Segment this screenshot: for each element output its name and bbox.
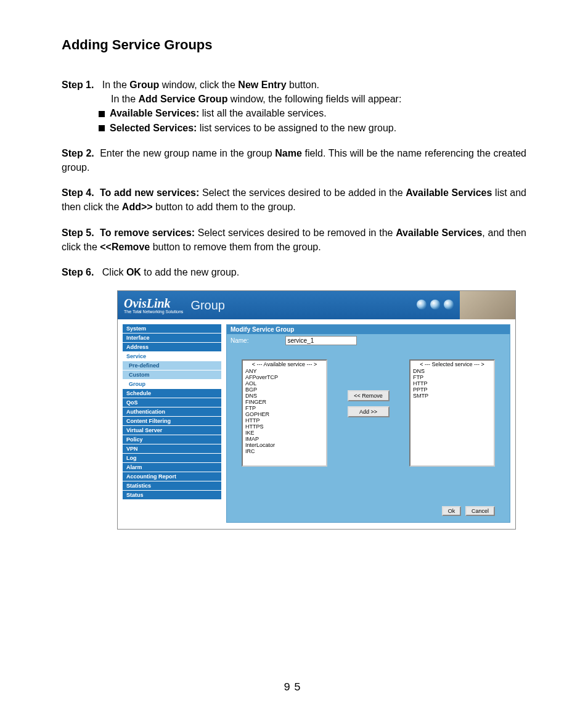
text: In the — [111, 94, 138, 104]
sidebar-item-authentication[interactable]: Authentication — [123, 407, 221, 416]
kw-name: Name — [275, 148, 302, 158]
sidebar-sub-group[interactable]: Group — [123, 380, 221, 388]
globe-icon — [417, 300, 427, 309]
sidebar-item-policy[interactable]: Policy — [123, 435, 221, 444]
step-6: Step 6. Click OK to add the new group. — [62, 265, 526, 279]
list-item[interactable]: BGP — [243, 387, 326, 393]
group-name-input[interactable] — [285, 336, 357, 345]
bullet-label: Available Services: — [110, 108, 199, 118]
step-label: Step 1. — [62, 80, 94, 90]
bullet-text: list all the available services. — [199, 108, 326, 118]
sidebar-item-status[interactable]: Status — [123, 491, 221, 499]
sidebar-item-qos[interactable]: QoS — [123, 398, 221, 407]
step-label: Step 2. — [62, 148, 94, 158]
kw: Available Services — [396, 227, 482, 238]
bullet-available: Available Services: list all the availab… — [62, 106, 526, 120]
list-item[interactable]: FTP — [410, 374, 494, 380]
list-item[interactable]: FINGER — [243, 399, 326, 405]
add-button[interactable]: Add >> — [348, 406, 390, 417]
list-item[interactable]: IRC — [243, 448, 326, 454]
sidebar-sub-custom[interactable]: Custom — [123, 370, 221, 379]
panel-title: Modify Service Group — [227, 325, 510, 334]
embedded-screenshot: OvisLink The Total Networking Solutions … — [117, 290, 516, 530]
text: button to add them to the group. — [153, 202, 296, 212]
list-item[interactable]: AFPoverTCP — [243, 374, 326, 380]
text: Click — [102, 267, 126, 277]
kw: Add>> — [122, 202, 153, 212]
kw: To add new services: — [100, 187, 199, 198]
text: In the — [102, 80, 129, 90]
bullet-selected: Selected Services: list services to be a… — [62, 121, 526, 135]
step-label: Step 4. — [62, 187, 94, 198]
brand-name: OvisLink — [124, 297, 183, 309]
text: window, the following fields will appear… — [227, 94, 401, 104]
list-item[interactable]: PPTP — [410, 387, 494, 393]
text: to add the new group. — [141, 267, 239, 277]
selected-service-list[interactable]: < --- Selected service --- > DNS FTP HTT… — [409, 359, 495, 467]
step-1: Step 1. In the Group window, click the N… — [62, 78, 526, 135]
sidebar-item-statistics[interactable]: Statistics — [123, 481, 221, 490]
sidebar-item-log[interactable]: Log — [123, 454, 221, 462]
selected-header: < --- Selected service --- > — [410, 361, 494, 368]
header-photo — [460, 291, 515, 319]
square-bullet-icon — [99, 125, 105, 131]
list-item[interactable]: IKE — [243, 430, 326, 436]
list-item[interactable]: InterLocator — [243, 442, 326, 448]
list-item[interactable]: HTTP — [243, 417, 326, 424]
step-5: Step 5. To remove services: Select servi… — [62, 226, 526, 254]
sidebar-item-address[interactable]: Address — [123, 343, 221, 351]
sidebar-item-service[interactable]: Service — [123, 352, 221, 361]
kw-group: Group — [129, 80, 159, 90]
available-service-list[interactable]: < --- Available service --- > ANY AFPove… — [242, 359, 327, 467]
text: Enter the new group name in the group — [100, 148, 275, 158]
kw: Available Services — [406, 187, 492, 198]
kw: To remove services: — [100, 227, 195, 238]
sidebar-item-vpn[interactable]: VPN — [123, 444, 221, 453]
text: Select services desired to be removed in… — [195, 227, 396, 238]
sidebar-sub-predefined[interactable]: Pre-defined — [123, 361, 221, 370]
list-item[interactable]: FTP — [243, 405, 326, 411]
ok-button[interactable]: Ok — [442, 506, 462, 516]
list-item[interactable]: SMTP — [410, 393, 494, 399]
sidebar-item-content-filtering[interactable]: Content Filtering — [123, 417, 221, 425]
text: window, click the — [159, 80, 238, 90]
step-label: Step 5. — [62, 227, 94, 238]
list-item[interactable]: HTTPS — [243, 424, 326, 430]
step-2: Step 2. Enter the new group name in the … — [62, 146, 526, 174]
kw-add-service-group: Add Service Group — [138, 94, 227, 104]
sidebar-item-virtual-server[interactable]: Virtual Server — [123, 426, 221, 435]
list-item[interactable]: DNS — [410, 368, 494, 374]
page-title: Adding Service Groups — [62, 37, 526, 53]
globe-icons — [417, 300, 454, 309]
cancel-button[interactable]: Cancel — [465, 506, 495, 516]
list-item[interactable]: IMAP — [243, 436, 326, 442]
text: button. — [287, 80, 319, 90]
bullet-text: list services to be assigned to the new … — [197, 123, 396, 133]
kw-new-entry: New Entry — [238, 80, 286, 90]
text: Select the services desired to be added … — [199, 187, 406, 198]
app-header: OvisLink The Total Networking Solutions … — [118, 291, 515, 319]
name-label: Name: — [231, 337, 248, 344]
step-label: Step 6. — [62, 267, 94, 277]
list-item[interactable]: ANY — [243, 368, 326, 374]
kw: <<Remove — [100, 242, 150, 252]
list-item[interactable]: HTTP — [410, 380, 494, 387]
list-item[interactable]: DNS — [243, 393, 326, 399]
text: button to remove them from the group. — [150, 242, 321, 252]
list-item[interactable]: GOPHER — [243, 411, 326, 417]
sidebar-item-schedule[interactable]: Schedule — [123, 389, 221, 398]
remove-button[interactable]: << Remove — [348, 390, 390, 401]
brand-tagline: The Total Networking Solutions — [124, 309, 183, 314]
sidebar-item-alarm[interactable]: Alarm — [123, 463, 221, 472]
square-bullet-icon — [99, 111, 105, 117]
sidebar-item-system[interactable]: System — [123, 324, 221, 333]
list-item[interactable]: AOL — [243, 380, 326, 387]
sidebar: System Interface Address Service Pre-def… — [118, 319, 226, 529]
step-4: Step 4. To add new services: Select the … — [62, 186, 526, 214]
page-number: 95 — [0, 681, 588, 694]
header-title: Group — [190, 298, 225, 313]
modify-service-group-panel: Modify Service Group Name: < --- Availab… — [226, 324, 510, 523]
sidebar-item-interface[interactable]: Interface — [123, 333, 221, 342]
sidebar-item-accounting-report[interactable]: Accounting Report — [123, 472, 221, 481]
globe-icon — [430, 300, 440, 309]
